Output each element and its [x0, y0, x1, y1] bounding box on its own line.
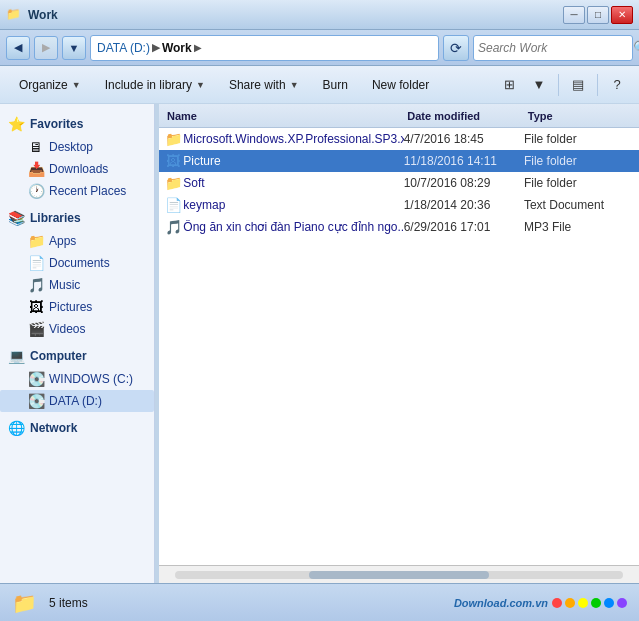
- sidebar-item-windows-c[interactable]: 💽 WINDOWS (C:): [0, 368, 154, 390]
- dropdown-button[interactable]: ▼: [62, 36, 86, 60]
- column-date[interactable]: Date modified: [403, 110, 523, 122]
- sidebar-item-data-d[interactable]: 💽 DATA (D:): [0, 390, 154, 412]
- file-name: Picture: [183, 154, 220, 168]
- views-button[interactable]: ⊞: [495, 71, 523, 99]
- watermark-dot: [591, 598, 601, 608]
- breadcrumb-sep-1: ▶: [152, 41, 160, 54]
- table-row[interactable]: 🖼 Picture 11/18/2016 14:11 File folder: [159, 150, 639, 172]
- refresh-button[interactable]: ⟳: [443, 35, 469, 61]
- forward-button[interactable]: ▶: [34, 36, 58, 60]
- videos-icon: 🎬: [28, 321, 44, 337]
- breadcrumb: DATA (D:) ▶ Work ▶: [90, 35, 439, 61]
- file-date-cell: 1/18/2014 20:36: [404, 198, 524, 212]
- favorites-section: ⭐ Favorites 🖥 Desktop 📥 Downloads 🕐 Rece…: [0, 112, 154, 202]
- libraries-icon: 📚: [8, 210, 25, 226]
- scrollbar-track: [175, 571, 623, 579]
- minimize-button[interactable]: ─: [563, 6, 585, 24]
- watermark-dot: [604, 598, 614, 608]
- file-icon: 🎵: [165, 219, 182, 235]
- sidebar-item-pictures[interactable]: 🖼 Pictures: [0, 296, 154, 318]
- window-title: Work: [28, 8, 58, 22]
- favorites-title: Favorites: [30, 117, 83, 131]
- sidebar-item-pictures-label: Pictures: [49, 300, 92, 314]
- search-box[interactable]: 🔍: [473, 35, 633, 61]
- status-bar: 📁 5 items Download.com.vn: [0, 583, 639, 621]
- network-header[interactable]: 🌐 Network: [0, 416, 154, 440]
- computer-header[interactable]: 💻 Computer: [0, 344, 154, 368]
- close-button[interactable]: ✕: [611, 6, 633, 24]
- sidebar-item-documents[interactable]: 📄 Documents: [0, 252, 154, 274]
- main-area: ⭐ Favorites 🖥 Desktop 📥 Downloads 🕐 Rece…: [0, 104, 639, 583]
- network-section: 🌐 Network: [0, 416, 154, 440]
- toolbar: Organize ▼ Include in library ▼ Share wi…: [0, 66, 639, 104]
- drive-d-icon: 💽: [28, 393, 44, 409]
- file-name: Soft: [183, 176, 204, 190]
- burn-button[interactable]: Burn: [312, 71, 359, 99]
- sidebar-item-desktop[interactable]: 🖥 Desktop: [0, 136, 154, 158]
- include-label: Include in library: [105, 78, 192, 92]
- file-type-cell: Text Document: [524, 198, 635, 212]
- new-folder-label: New folder: [372, 78, 429, 92]
- include-library-button[interactable]: Include in library ▼: [94, 71, 216, 99]
- sidebar-item-videos[interactable]: 🎬 Videos: [0, 318, 154, 340]
- file-type-cell: File folder: [524, 176, 635, 190]
- share-with-button[interactable]: Share with ▼: [218, 71, 310, 99]
- file-type: File folder: [524, 132, 577, 146]
- file-icon-cell: 📁: [163, 131, 183, 147]
- sidebar-item-downloads[interactable]: 📥 Downloads: [0, 158, 154, 180]
- table-row[interactable]: 📁 Microsoft.Windows.XP.Professional.SP3.…: [159, 128, 639, 150]
- breadcrumb-dropdown[interactable]: ▶: [194, 42, 202, 53]
- file-date: 4/7/2016 18:45: [404, 132, 484, 146]
- scrollbar-thumb[interactable]: [309, 571, 488, 579]
- search-input[interactable]: [478, 41, 629, 55]
- file-name-cell: keymap: [183, 198, 403, 212]
- column-name[interactable]: Name: [163, 110, 403, 122]
- recent-icon: 🕐: [28, 183, 44, 199]
- maximize-button[interactable]: □: [587, 6, 609, 24]
- sidebar-item-recent-label: Recent Places: [49, 184, 126, 198]
- file-type: Text Document: [524, 198, 604, 212]
- watermark-dot: [578, 598, 588, 608]
- computer-icon: 💻: [8, 348, 25, 364]
- watermark-dot: [565, 598, 575, 608]
- file-icon-cell: 🖼: [163, 153, 183, 169]
- help-button[interactable]: ?: [603, 71, 631, 99]
- table-row[interactable]: 📁 Soft 10/7/2016 08:29 File folder: [159, 172, 639, 194]
- pictures-icon: 🖼: [28, 299, 44, 315]
- table-row[interactable]: 📄 keymap 1/18/2014 20:36 Text Document: [159, 194, 639, 216]
- table-row[interactable]: 🎵 Ông ăn xin chơi đàn Piano cực đỉnh ngo…: [159, 216, 639, 238]
- views-arrow-button[interactable]: ▼: [525, 71, 553, 99]
- sidebar-item-downloads-label: Downloads: [49, 162, 108, 176]
- new-folder-button[interactable]: New folder: [361, 71, 440, 99]
- file-date: 1/18/2014 20:36: [404, 198, 491, 212]
- horizontal-scrollbar[interactable]: [159, 565, 639, 583]
- computer-title: Computer: [30, 349, 87, 363]
- drive-c-icon: 💽: [28, 371, 44, 387]
- pane-button[interactable]: ▤: [564, 71, 592, 99]
- watermark-dot: [552, 598, 562, 608]
- organize-label: Organize: [19, 78, 68, 92]
- column-type[interactable]: Type: [524, 110, 635, 122]
- watermark-text: Download.com.vn: [454, 597, 548, 609]
- favorites-header[interactable]: ⭐ Favorites: [0, 112, 154, 136]
- sidebar-item-music[interactable]: 🎵 Music: [0, 274, 154, 296]
- file-icon: 📁: [165, 175, 182, 191]
- back-button[interactable]: ◀: [6, 36, 30, 60]
- libraries-title: Libraries: [30, 211, 81, 225]
- toolbar-separator-2: [597, 74, 598, 96]
- sidebar-item-apps[interactable]: 📁 Apps: [0, 230, 154, 252]
- file-name: Microsoft.Windows.XP.Professional.SP3.x.…: [183, 132, 403, 146]
- organize-button[interactable]: Organize ▼: [8, 71, 92, 99]
- file-name-cell: Ông ăn xin chơi đàn Piano cực đỉnh ngo..…: [183, 220, 403, 234]
- file-icon: 📁: [165, 131, 182, 147]
- network-title: Network: [30, 421, 77, 435]
- sidebar-item-apps-label: Apps: [49, 234, 76, 248]
- column-header: Name Date modified Type: [159, 104, 639, 128]
- file-date: 6/29/2016 17:01: [404, 220, 491, 234]
- sidebar-item-recent[interactable]: 🕐 Recent Places: [0, 180, 154, 202]
- include-arrow: ▼: [196, 80, 205, 90]
- libraries-header[interactable]: 📚 Libraries: [0, 206, 154, 230]
- network-icon: 🌐: [8, 420, 25, 436]
- file-name-cell: Soft: [183, 176, 403, 190]
- breadcrumb-root[interactable]: DATA (D:): [97, 41, 150, 55]
